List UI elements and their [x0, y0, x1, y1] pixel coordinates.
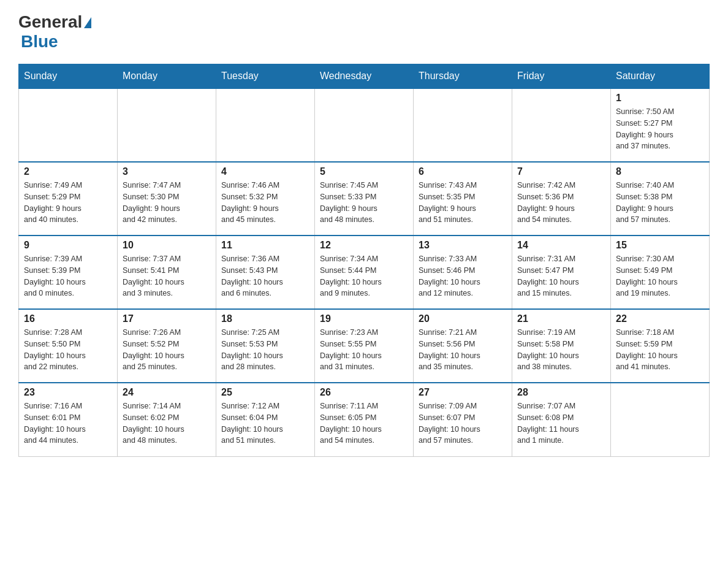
calendar-cell: [315, 88, 414, 162]
calendar-cell: 24Sunrise: 7:14 AM Sunset: 6:02 PM Dayli…: [118, 383, 216, 456]
day-info: Sunrise: 7:12 AM Sunset: 6:04 PM Dayligh…: [221, 400, 309, 446]
day-info: Sunrise: 7:39 AM Sunset: 5:39 PM Dayligh…: [24, 253, 112, 299]
day-number: 26: [320, 387, 408, 398]
calendar-cell: 10Sunrise: 7:37 AM Sunset: 5:41 PM Dayli…: [118, 236, 216, 309]
calendar-cell: [118, 88, 216, 162]
day-info: Sunrise: 7:50 AM Sunset: 5:27 PM Dayligh…: [616, 106, 704, 152]
day-number: 18: [221, 313, 309, 324]
day-info: Sunrise: 7:33 AM Sunset: 5:46 PM Dayligh…: [419, 253, 507, 299]
calendar-cell: 14Sunrise: 7:31 AM Sunset: 5:47 PM Dayli…: [512, 236, 611, 309]
calendar-cell: 17Sunrise: 7:26 AM Sunset: 5:52 PM Dayli…: [118, 309, 216, 383]
calendar-cell: [19, 88, 118, 162]
calendar-table: SundayMondayTuesdayWednesdayThursdayFrid…: [18, 64, 710, 457]
calendar-cell: 28Sunrise: 7:07 AM Sunset: 6:08 PM Dayli…: [512, 383, 611, 456]
calendar-cell: 4Sunrise: 7:46 AM Sunset: 5:32 PM Daylig…: [216, 162, 315, 236]
day-info: Sunrise: 7:07 AM Sunset: 6:08 PM Dayligh…: [517, 400, 605, 446]
weekday-header-monday: Monday: [118, 64, 216, 89]
day-info: Sunrise: 7:37 AM Sunset: 5:41 PM Dayligh…: [123, 253, 211, 299]
calendar-cell: [216, 88, 315, 162]
calendar-cell: [414, 88, 512, 162]
weekday-header-row: SundayMondayTuesdayWednesdayThursdayFrid…: [19, 64, 710, 89]
weekday-header-sunday: Sunday: [19, 64, 118, 89]
calendar-cell: 26Sunrise: 7:11 AM Sunset: 6:05 PM Dayli…: [315, 383, 414, 456]
weekday-header-tuesday: Tuesday: [216, 64, 315, 89]
day-number: 20: [419, 313, 507, 324]
day-info: Sunrise: 7:34 AM Sunset: 5:44 PM Dayligh…: [320, 253, 408, 299]
day-number: 2: [24, 166, 112, 177]
day-info: Sunrise: 7:45 AM Sunset: 5:33 PM Dayligh…: [320, 180, 408, 226]
logo-general-text: General: [18, 12, 82, 32]
day-number: 7: [517, 166, 605, 177]
day-number: 1: [616, 93, 704, 104]
day-info: Sunrise: 7:25 AM Sunset: 5:53 PM Dayligh…: [221, 327, 309, 373]
calendar-cell: 27Sunrise: 7:09 AM Sunset: 6:07 PM Dayli…: [414, 383, 512, 456]
day-number: 15: [616, 240, 704, 251]
calendar-cell: 11Sunrise: 7:36 AM Sunset: 5:43 PM Dayli…: [216, 236, 315, 309]
day-number: 23: [24, 387, 112, 398]
calendar-cell: 5Sunrise: 7:45 AM Sunset: 5:33 PM Daylig…: [315, 162, 414, 236]
day-info: Sunrise: 7:47 AM Sunset: 5:30 PM Dayligh…: [123, 180, 211, 226]
calendar-cell: 8Sunrise: 7:40 AM Sunset: 5:38 PM Daylig…: [611, 162, 710, 236]
weekday-header-wednesday: Wednesday: [315, 64, 414, 89]
calendar-cell: 6Sunrise: 7:43 AM Sunset: 5:35 PM Daylig…: [414, 162, 512, 236]
day-info: Sunrise: 7:42 AM Sunset: 5:36 PM Dayligh…: [517, 180, 605, 226]
weekday-header-saturday: Saturday: [611, 64, 710, 89]
day-number: 3: [123, 166, 211, 177]
calendar-week-row: 9Sunrise: 7:39 AM Sunset: 5:39 PM Daylig…: [19, 236, 710, 309]
day-number: 5: [320, 166, 408, 177]
calendar-cell: 21Sunrise: 7:19 AM Sunset: 5:58 PM Dayli…: [512, 309, 611, 383]
calendar-cell: 20Sunrise: 7:21 AM Sunset: 5:56 PM Dayli…: [414, 309, 512, 383]
calendar-week-row: 1Sunrise: 7:50 AM Sunset: 5:27 PM Daylig…: [19, 88, 710, 162]
day-info: Sunrise: 7:43 AM Sunset: 5:35 PM Dayligh…: [419, 180, 507, 226]
day-number: 17: [123, 313, 211, 324]
day-info: Sunrise: 7:21 AM Sunset: 5:56 PM Dayligh…: [419, 327, 507, 373]
day-info: Sunrise: 7:16 AM Sunset: 6:01 PM Dayligh…: [24, 400, 112, 446]
calendar-cell: 19Sunrise: 7:23 AM Sunset: 5:55 PM Dayli…: [315, 309, 414, 383]
day-info: Sunrise: 7:14 AM Sunset: 6:02 PM Dayligh…: [123, 400, 211, 446]
day-info: Sunrise: 7:28 AM Sunset: 5:50 PM Dayligh…: [24, 327, 112, 373]
day-number: 9: [24, 240, 112, 251]
logo-triangle-icon: [84, 17, 91, 28]
day-info: Sunrise: 7:31 AM Sunset: 5:47 PM Dayligh…: [517, 253, 605, 299]
calendar-cell: 13Sunrise: 7:33 AM Sunset: 5:46 PM Dayli…: [414, 236, 512, 309]
day-number: 25: [221, 387, 309, 398]
day-number: 28: [517, 387, 605, 398]
day-info: Sunrise: 7:46 AM Sunset: 5:32 PM Dayligh…: [221, 180, 309, 226]
day-info: Sunrise: 7:26 AM Sunset: 5:52 PM Dayligh…: [123, 327, 211, 373]
day-info: Sunrise: 7:23 AM Sunset: 5:55 PM Dayligh…: [320, 327, 408, 373]
day-number: 13: [419, 240, 507, 251]
day-number: 24: [123, 387, 211, 398]
calendar-week-row: 23Sunrise: 7:16 AM Sunset: 6:01 PM Dayli…: [19, 383, 710, 456]
day-number: 10: [123, 240, 211, 251]
page-header: General Blue: [18, 12, 710, 52]
day-info: Sunrise: 7:18 AM Sunset: 5:59 PM Dayligh…: [616, 327, 704, 373]
day-number: 12: [320, 240, 408, 251]
calendar-cell: [611, 383, 710, 456]
logo-blue-text: Blue: [21, 32, 58, 51]
calendar-week-row: 16Sunrise: 7:28 AM Sunset: 5:50 PM Dayli…: [19, 309, 710, 383]
logo: General Blue: [18, 12, 91, 52]
day-info: Sunrise: 7:19 AM Sunset: 5:58 PM Dayligh…: [517, 327, 605, 373]
weekday-header-friday: Friday: [512, 64, 611, 89]
day-info: Sunrise: 7:49 AM Sunset: 5:29 PM Dayligh…: [24, 180, 112, 226]
calendar-cell: 18Sunrise: 7:25 AM Sunset: 5:53 PM Dayli…: [216, 309, 315, 383]
calendar-cell: 23Sunrise: 7:16 AM Sunset: 6:01 PM Dayli…: [19, 383, 118, 456]
calendar-cell: 3Sunrise: 7:47 AM Sunset: 5:30 PM Daylig…: [118, 162, 216, 236]
day-number: 19: [320, 313, 408, 324]
day-info: Sunrise: 7:09 AM Sunset: 6:07 PM Dayligh…: [419, 400, 507, 446]
calendar-cell: 1Sunrise: 7:50 AM Sunset: 5:27 PM Daylig…: [611, 88, 710, 162]
weekday-header-thursday: Thursday: [414, 64, 512, 89]
calendar-cell: 12Sunrise: 7:34 AM Sunset: 5:44 PM Dayli…: [315, 236, 414, 309]
day-info: Sunrise: 7:40 AM Sunset: 5:38 PM Dayligh…: [616, 180, 704, 226]
day-number: 8: [616, 166, 704, 177]
calendar-cell: 15Sunrise: 7:30 AM Sunset: 5:49 PM Dayli…: [611, 236, 710, 309]
day-number: 6: [419, 166, 507, 177]
day-info: Sunrise: 7:11 AM Sunset: 6:05 PM Dayligh…: [320, 400, 408, 446]
day-number: 14: [517, 240, 605, 251]
calendar-cell: 25Sunrise: 7:12 AM Sunset: 6:04 PM Dayli…: [216, 383, 315, 456]
calendar-cell: 2Sunrise: 7:49 AM Sunset: 5:29 PM Daylig…: [19, 162, 118, 236]
day-info: Sunrise: 7:30 AM Sunset: 5:49 PM Dayligh…: [616, 253, 704, 299]
day-number: 16: [24, 313, 112, 324]
day-number: 21: [517, 313, 605, 324]
calendar-cell: 7Sunrise: 7:42 AM Sunset: 5:36 PM Daylig…: [512, 162, 611, 236]
